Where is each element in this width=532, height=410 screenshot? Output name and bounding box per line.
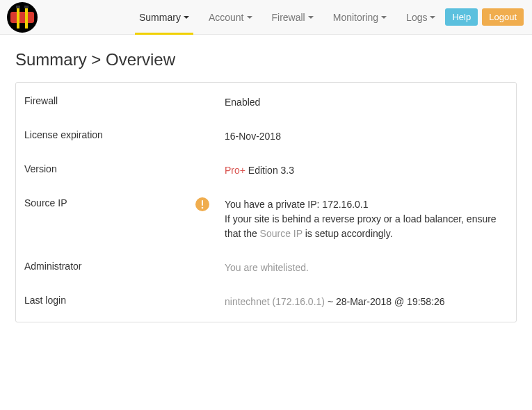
source-ip-line1: You have a private IP: 172.16.0.1: [225, 197, 509, 212]
svg-rect-1: [10, 12, 34, 23]
value-license: 16-Nov-2018: [225, 129, 509, 144]
nav-summary[interactable]: Summary: [129, 0, 199, 34]
nav-summary-label: Summary: [139, 12, 181, 23]
nav-account[interactable]: Account: [199, 0, 262, 34]
chevron-down-icon: [247, 16, 252, 19]
value-last-login: nintechnet (172.16.0.1) ~ 28-Mar-2018 @ …: [225, 295, 509, 309]
logout-button[interactable]: Logout: [482, 8, 524, 26]
chevron-down-icon: [308, 16, 314, 19]
nav-firewall-label: Firewall: [272, 12, 305, 23]
version-edition: Pro+: [225, 165, 245, 176]
source-ip-link[interactable]: Source IP: [260, 228, 303, 239]
svg-rect-4: [16, 6, 20, 8]
label-last-login: Last login: [24, 295, 225, 306]
value-admin: You are whitelisted.: [225, 261, 509, 275]
svg-rect-2: [17, 6, 19, 28]
top-navbar: Summary Account Firewall Monitoring Logs…: [0, 0, 532, 35]
row-firewall: Firewall Enabled: [16, 85, 516, 120]
value-source-ip: You have a private IP: 172.16.0.1 If you…: [225, 197, 509, 241]
chevron-down-icon: [381, 16, 387, 19]
page-title: Summary > Overview: [0, 35, 532, 82]
label-license: License expiration: [24, 129, 225, 140]
nav-buttons: Help Logout: [445, 8, 526, 26]
source-ip-line2: If your site is behind a reverse proxy o…: [225, 212, 509, 241]
row-admin: Administrator You are whitelisted.: [16, 251, 516, 285]
label-version: Version: [24, 163, 225, 174]
value-firewall: Enabled: [225, 95, 509, 110]
nav-menu: Summary Account Firewall Monitoring Logs: [129, 0, 445, 34]
nav-firewall[interactable]: Firewall: [262, 0, 323, 34]
svg-rect-5: [24, 6, 29, 8]
svg-rect-7: [202, 200, 203, 206]
last-login-user: nintechnet (172.16.0.1): [225, 296, 325, 307]
nav-logs[interactable]: Logs: [396, 0, 445, 34]
row-version: Version Pro+ Edition 3.3: [16, 154, 516, 188]
summary-panel: Firewall Enabled License expiration 16-N…: [15, 82, 517, 322]
nav-logs-label: Logs: [406, 12, 427, 23]
svg-point-8: [202, 207, 204, 209]
chevron-down-icon: [184, 16, 189, 19]
label-source-ip: Source IP: [24, 197, 195, 208]
row-last-login: Last login nintechnet (172.16.0.1) ~ 28-…: [16, 285, 516, 319]
warning-icon: [195, 197, 209, 211]
help-button[interactable]: Help: [445, 8, 478, 26]
nav-monitoring[interactable]: Monitoring: [323, 0, 396, 34]
app-logo: [7, 2, 38, 33]
row-license: License expiration 16-Nov-2018: [16, 120, 516, 154]
chevron-down-icon: [430, 16, 435, 19]
nav-account-label: Account: [209, 12, 244, 23]
label-firewall: Firewall: [24, 95, 225, 106]
last-login-time: ~ 28-Mar-2018 @ 19:58:26: [325, 296, 445, 307]
label-admin: Administrator: [24, 261, 225, 272]
value-version: Pro+ Edition 3.3: [225, 163, 509, 178]
nav-monitoring-label: Monitoring: [333, 12, 378, 23]
svg-rect-3: [25, 6, 28, 28]
row-source-ip: Source IP You have a private IP: 172.16.…: [16, 188, 516, 251]
version-number: Edition 3.3: [245, 165, 294, 176]
